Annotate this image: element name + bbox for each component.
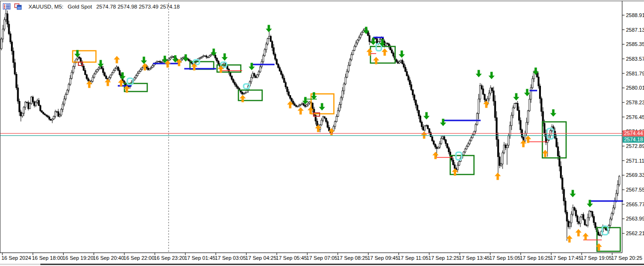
price-tick-label: 2572.89 (626, 143, 644, 149)
price-tick-label: 2585.35 (626, 41, 644, 47)
mt5-chart-window: 2588.912587.132585.352583.572581.792580.… (0, 0, 644, 266)
buy-arrow-icon (367, 48, 373, 56)
sell-arrow-icon (550, 110, 557, 117)
time-tick-label: 17 Sep 01:45 (184, 255, 215, 261)
symbol-timeframe-label: XAUUSD, M5: (28, 4, 64, 9)
sell-arrow-icon (570, 190, 576, 198)
time-tick-label: 17 Sep 20:25 (611, 255, 642, 261)
time-tick-label: 16 Sep 20:40 (93, 255, 124, 261)
sell-arrow-icon (489, 72, 495, 80)
sell-arrow-icon (98, 60, 104, 68)
buy-arrow-icon (495, 173, 501, 180)
buy-arrow-icon (421, 131, 427, 139)
plot-border (0, 1, 644, 253)
price-tick-label: 2578.23 (626, 100, 644, 105)
time-tick-label: 17 Sep 03:05 (215, 255, 246, 261)
time-tick-label: 16 Sep 2024 (1, 255, 31, 261)
time-tick-label: 17 Sep 13:45 (459, 255, 490, 261)
last-price-badge-text: 2574.18 (624, 137, 643, 142)
price-lines (0, 133, 622, 135)
time-tick-label: 17 Sep 15:05 (489, 255, 520, 261)
time-tick-label: 17 Sep 12:25 (428, 255, 459, 261)
price-axis[interactable]: 2588.912587.132585.352583.572581.792580.… (622, 12, 644, 236)
price-tick-label: 2587.13 (626, 27, 644, 33)
price-tick-label: 2581.79 (626, 71, 644, 76)
ask-price-badge-text: 2574.44 (624, 130, 643, 136)
chart-windows-icon[interactable] (14, 3, 22, 10)
price-tick-label: 2563.99 (626, 216, 644, 221)
time-tick-label: 17 Sep 04:25 (246, 255, 276, 261)
time-tick-label: 17 Sep 16:25 (520, 255, 550, 261)
buy-arrow-icon (433, 152, 439, 159)
time-tick-label: 16 Sep 18:00 (32, 255, 63, 261)
time-axis[interactable]: 16 Sep 202416 Sep 18:0016 Sep 19:2016 Se… (1, 253, 642, 261)
sell-arrow-icon (266, 25, 272, 33)
price-tick-label: 2580.01 (626, 85, 644, 91)
time-tick-label: 17 Sep 09:45 (367, 255, 398, 261)
time-tick-label: 17 Sep 07:05 (306, 255, 337, 261)
buy-arrow-icon (583, 233, 589, 240)
indicator-list-icon[interactable] (3, 3, 11, 10)
sell-arrow-icon (399, 51, 405, 58)
sell-arrow-icon (319, 103, 325, 111)
buy-arrow-icon (298, 107, 304, 115)
time-tick-label: 17 Sep 05:45 (276, 255, 307, 261)
price-tick-label: 2571.11 (626, 158, 644, 164)
buy-arrow-icon (567, 235, 573, 243)
time-tick-label: 16 Sep 23:20 (154, 255, 185, 261)
price-tick-label: 2562.21 (626, 230, 644, 236)
price-badges: 2574.442574.18 (623, 130, 644, 143)
candles-layer (1, 9, 620, 241)
price-chart-canvas[interactable]: 2588.912587.132585.352583.572581.792580.… (0, 0, 644, 266)
price-tick-label: 2583.57 (626, 56, 644, 62)
buy-arrow-icon (114, 56, 120, 64)
buy-arrow-icon (382, 48, 388, 56)
time-tick-label: 17 Sep 11:05 (398, 255, 429, 261)
ohlc-values: 2574.78 2574.98 2573.49 2574.18 (96, 4, 180, 9)
green-signal-box (370, 46, 395, 63)
symbol-description: Gold Spot (68, 4, 92, 9)
chart-header: XAUUSD, M5: Gold Spot 2574.78 2574.98 25… (3, 3, 180, 10)
time-tick-label: 17 Sep 19:05 (581, 255, 612, 261)
sell-arrow-icon (476, 70, 482, 78)
price-tick-label: 2576.45 (626, 114, 644, 120)
price-tick-label: 2567.55 (626, 187, 644, 193)
time-tick-label: 16 Sep 19:20 (62, 255, 93, 261)
time-tick-label: 17 Sep 17:45 (550, 255, 581, 261)
price-tick-label: 2569.33 (626, 172, 644, 178)
sell-arrow-icon (222, 54, 228, 61)
time-tick-label: 16 Sep 22:00 (123, 255, 154, 261)
horizontal-scrollbar-thumb[interactable] (40, 264, 644, 265)
buy-arrow-icon (576, 229, 582, 237)
consolidation-marker (376, 44, 381, 51)
price-tick-label: 2565.77 (626, 202, 644, 207)
sell-arrow-icon (424, 112, 430, 120)
price-tick-label: 2588.91 (626, 12, 644, 18)
sell-arrow-icon (513, 93, 520, 101)
time-tick-label: 17 Sep 08:25 (337, 255, 368, 261)
sell-arrow-icon (141, 57, 147, 64)
